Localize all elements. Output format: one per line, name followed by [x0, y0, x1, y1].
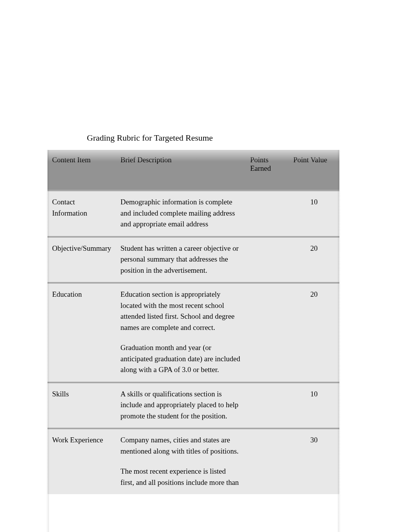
- description-text: A skills or qualifications section is in…: [120, 389, 241, 422]
- description-text: Demographic information is complete and …: [120, 197, 241, 230]
- header-point-value: Point Value: [289, 150, 339, 190]
- cell-point-value: 10: [289, 190, 339, 236]
- cell-description: Student has written a career objective o…: [116, 236, 246, 282]
- cell-point-value: 20: [289, 282, 339, 382]
- header-brief-description: Brief Description: [116, 150, 246, 190]
- cell-item: Work Experience: [47, 428, 116, 494]
- header-content-item: Content Item: [47, 150, 116, 190]
- table-row: Skills A skills or qualifications sectio…: [47, 382, 339, 428]
- cell-description: Demographic information is complete and …: [116, 190, 246, 236]
- description-text: Education section is appropriately locat…: [120, 289, 241, 333]
- table-row: Contact Information Demographic informat…: [47, 190, 339, 236]
- cell-item: Skills: [47, 382, 116, 428]
- table-row: Education Education section is appropria…: [47, 282, 339, 382]
- cell-item: Objective/Summary: [47, 236, 116, 282]
- cell-points-earned: [246, 428, 289, 494]
- cell-points-earned: [246, 236, 289, 282]
- description-text: The most recent experience is listed fir…: [120, 466, 241, 488]
- description-text: Graduation month and year (or anticipate…: [120, 342, 241, 376]
- rubric-table: Content Item Brief Description Points Ea…: [47, 150, 339, 494]
- table-header-row: Content Item Brief Description Points Ea…: [47, 150, 339, 190]
- description-text: Student has written a career objective o…: [120, 243, 241, 276]
- page-title: Grading Rubric for Targeted Resume: [87, 133, 213, 143]
- cell-points-earned: [246, 190, 289, 236]
- table-row: Work Experience Company names, cities an…: [47, 428, 339, 494]
- cell-point-value: 30: [289, 428, 339, 494]
- cell-description: Company names, cities and states are men…: [116, 428, 246, 494]
- cell-points-earned: [246, 382, 289, 428]
- cell-item: Contact Information: [47, 190, 116, 236]
- header-points-earned: Points Earned: [246, 150, 289, 190]
- blur-overlay-bottom: [47, 517, 339, 532]
- cell-points-earned: [246, 282, 289, 382]
- cell-item: Education: [47, 282, 116, 382]
- cell-description: A skills or qualifications section is in…: [116, 382, 246, 428]
- cell-description: Education section is appropriately locat…: [116, 282, 246, 382]
- cell-point-value: 10: [289, 382, 339, 428]
- description-text: Company names, cities and states are men…: [120, 435, 241, 457]
- cell-point-value: 20: [289, 236, 339, 282]
- table-row: Objective/Summary Student has written a …: [47, 236, 339, 282]
